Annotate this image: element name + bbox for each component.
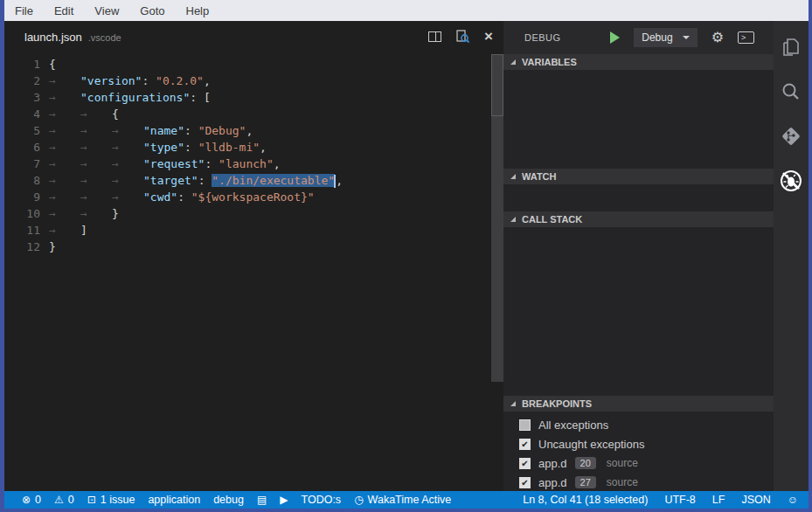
- tab-folder-label: .vscode: [88, 32, 121, 43]
- status-item-debug[interactable]: debug: [213, 494, 244, 506]
- code-editor[interactable]: 1{2→"version": "0.2.0",3→"configurations…: [4, 52, 503, 491]
- files-icon[interactable]: [779, 35, 803, 59]
- status-item-wakatime[interactable]: ◷WakaTime Active: [354, 494, 451, 506]
- status-item-warnings[interactable]: ⚠0: [54, 494, 74, 506]
- status-item-application[interactable]: application: [148, 494, 200, 506]
- code-line-6[interactable]: 6→→→"type": "lldb-mi",: [4, 139, 503, 156]
- code-line-content: →]: [49, 222, 87, 239]
- breakpoint-row[interactable]: ✔Uncaught exceptions: [503, 434, 774, 453]
- section-header-call-stack[interactable]: CALL STACK: [503, 211, 774, 227]
- code-token: "cwd": [143, 190, 177, 204]
- debug-config-dropdown[interactable]: Debug: [634, 28, 697, 47]
- status-bar-right: Ln 8, Col 41 (18 selected)UTF-8LFJSON☺: [523, 494, 798, 506]
- menu-item-goto[interactable]: Goto: [140, 4, 164, 17]
- code-line-7[interactable]: 7→→→"request": "launch",: [4, 156, 503, 172]
- scrollbar-slider[interactable]: [491, 54, 503, 116]
- status-item-todos[interactable]: TODO:s: [302, 494, 342, 506]
- whitespace-tab-arrow: →: [112, 122, 143, 139]
- code-line-3[interactable]: 3→"configurations": [: [4, 89, 503, 106]
- status-item-errors[interactable]: ⊗0: [22, 494, 41, 506]
- search-icon[interactable]: [779, 80, 803, 104]
- configure-gear-icon[interactable]: ⚙: [711, 31, 724, 45]
- checkbox-checked-icon[interactable]: ✔: [519, 458, 531, 469]
- editor-tab-bar: launch.json .vscode ×: [4, 21, 503, 52]
- code-line-4[interactable]: 4→→{: [4, 106, 503, 122]
- whitespace-tab-arrow: →: [49, 205, 80, 222]
- menu-item-file[interactable]: File: [15, 4, 33, 17]
- menu-item-help[interactable]: Help: [186, 4, 210, 17]
- status-item-todo-file[interactable]: ▤: [257, 495, 267, 505]
- expand-triangle-icon: [510, 174, 516, 179]
- editor-scrollbar[interactable]: [491, 54, 503, 382]
- line-number-badge: 20: [575, 457, 596, 469]
- line-number: 7: [4, 156, 40, 172]
- expand-triangle-icon: [510, 217, 516, 222]
- open-preview-icon[interactable]: [455, 30, 470, 44]
- menu-item-view[interactable]: View: [94, 4, 119, 17]
- breakpoint-row[interactable]: All exceptions: [503, 415, 774, 434]
- status-bar-left: ⊗0⚠0⊡1 issueapplicationdebug▤▶TODO:s◷Wak…: [22, 494, 451, 506]
- code-line-content: }: [49, 239, 56, 255]
- section-label: CALL STACK: [522, 214, 582, 225]
- status-item-language-mode[interactable]: JSON: [741, 494, 770, 506]
- whitespace-tab-arrow: →: [80, 106, 112, 122]
- start-debug-button[interactable]: [610, 31, 620, 44]
- debug-sidebar: DEBUG Debug ⚙ > VARIABLES: [503, 21, 774, 491]
- code-line-1[interactable]: 1{: [4, 56, 503, 73]
- code-line-content: {: [49, 56, 56, 73]
- code-token: :: [205, 157, 219, 170]
- section-header-watch[interactable]: WATCH: [503, 169, 774, 184]
- code-line-9[interactable]: 9→→→"cwd": "${workspaceRoot}": [4, 189, 503, 205]
- status-item-feedback[interactable]: ☺: [788, 495, 798, 505]
- code-line-8[interactable]: 8→→→"target": "./bin/executable",: [4, 172, 503, 189]
- chevron-down-icon: [683, 36, 690, 39]
- breakpoint-row[interactable]: ✔app.d27source: [503, 473, 774, 492]
- checkbox-checked-icon[interactable]: ✔: [519, 439, 531, 450]
- code-token: "${workspaceRoot}": [191, 190, 315, 204]
- menu-item-edit[interactable]: Edit: [54, 4, 73, 17]
- debug-toolbar: DEBUG Debug ⚙ >: [503, 21, 774, 54]
- whitespace-tab-arrow: →: [112, 189, 143, 205]
- code-token: ]: [80, 224, 87, 237]
- warnings-icon: ⚠: [54, 495, 64, 505]
- checkbox-unchecked-icon[interactable]: [519, 419, 531, 431]
- split-editor-icon[interactable]: [428, 31, 441, 42]
- code-token: "lldb-mi": [198, 141, 260, 154]
- status-item-todo-play[interactable]: ▶: [280, 495, 288, 505]
- editor-group: launch.json .vscode × 1{2→"version": "0.…: [4, 21, 503, 491]
- debug-console-icon[interactable]: >: [738, 31, 754, 44]
- section-header-variables[interactable]: VARIABLES: [503, 54, 774, 70]
- selected-text: "./bin/executable": [212, 174, 335, 187]
- source-control-icon[interactable]: [779, 124, 803, 149]
- whitespace-tab-arrow: →: [112, 139, 143, 156]
- debug-icon[interactable]: [779, 169, 803, 193]
- code-line-12[interactable]: 12}: [4, 239, 503, 255]
- whitespace-tab-arrow: →: [49, 156, 80, 172]
- code-token: {: [49, 58, 56, 71]
- debug-panel-title: DEBUG: [524, 32, 561, 43]
- breakpoint-row[interactable]: ✔app.d20source: [503, 453, 774, 473]
- section-header-breakpoints[interactable]: BREAKPOINTS: [503, 396, 774, 412]
- close-icon[interactable]: ×: [484, 31, 493, 43]
- status-item-encoding[interactable]: UTF-8: [664, 494, 695, 506]
- status-item-issues[interactable]: ⊡1 issue: [87, 494, 135, 506]
- checkbox-checked-icon[interactable]: ✔: [519, 477, 531, 488]
- breakpoints-body: All exceptions✔Uncaught exceptions✔app.d…: [503, 412, 774, 492]
- code-line-5[interactable]: 5→→→"name": "Debug",: [4, 122, 503, 139]
- tab-launch-json[interactable]: launch.json .vscode: [24, 31, 121, 44]
- application-text: application: [148, 494, 200, 506]
- errors-icon: ⊗: [22, 495, 31, 505]
- whitespace-tab-arrow: →: [80, 122, 112, 139]
- line-number: 9: [4, 189, 40, 205]
- code-line-2[interactable]: 2→"version": "0.2.0",: [4, 73, 503, 89]
- code-line-11[interactable]: 11→]: [4, 222, 503, 239]
- breakpoint-source-label: source: [607, 476, 638, 488]
- status-item-eol[interactable]: LF: [712, 494, 725, 506]
- code-line-10[interactable]: 10→→}: [4, 205, 503, 222]
- status-item-cursor-position[interactable]: Ln 8, Col 41 (18 selected): [523, 494, 648, 506]
- whitespace-tab-arrow: →: [80, 172, 112, 189]
- whitespace-tab-arrow: →: [49, 189, 80, 205]
- line-number: 2: [4, 73, 40, 89]
- code-line-content: →→→"request": "launch",: [49, 156, 281, 172]
- call-stack-section: CALL STACK: [503, 211, 774, 396]
